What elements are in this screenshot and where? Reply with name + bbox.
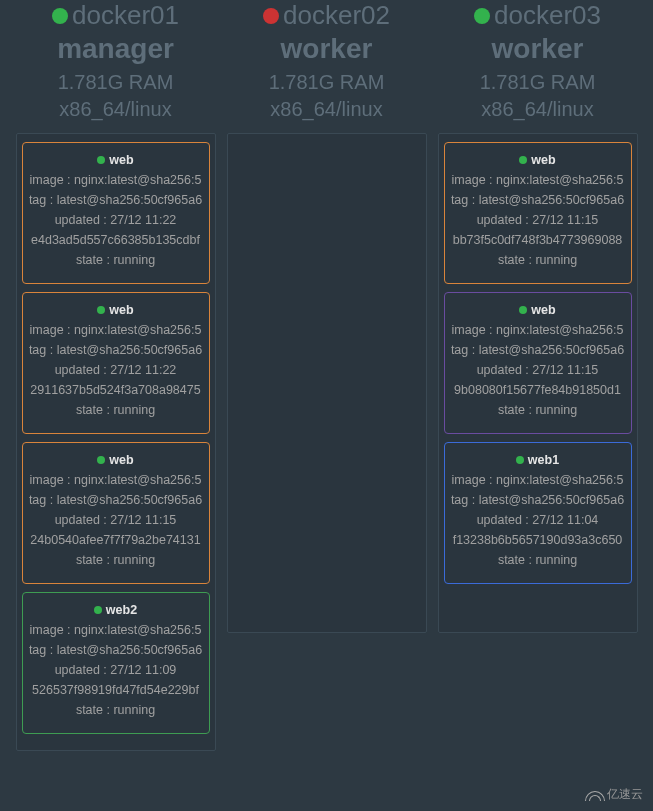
task-updated: updated : 27/12 11:22 <box>28 363 204 377</box>
node-docker01: docker01manager1.781G RAMx86_64/linuxweb… <box>16 0 216 751</box>
task-title: web <box>28 153 204 167</box>
task-card[interactable]: webimage : nginx:latest@sha256:5tag : la… <box>444 292 632 434</box>
node-arch: x86_64/linux <box>227 98 427 121</box>
task-state: state : running <box>450 253 626 267</box>
node-docker03: docker03worker1.781G RAMx86_64/linuxwebi… <box>438 0 638 751</box>
node-ram: 1.781G RAM <box>438 71 638 94</box>
task-card[interactable]: webimage : nginx:latest@sha256:5tag : la… <box>444 142 632 284</box>
task-state: state : running <box>28 403 204 417</box>
node-ram: 1.781G RAM <box>227 71 427 94</box>
node-ram: 1.781G RAM <box>16 71 216 94</box>
task-title: web <box>450 303 626 317</box>
task-card[interactable]: webimage : nginx:latest@sha256:5tag : la… <box>22 292 210 434</box>
task-container <box>227 133 427 633</box>
task-state: state : running <box>450 553 626 567</box>
task-container: webimage : nginx:latest@sha256:5tag : la… <box>16 133 216 751</box>
node-name: docker01 <box>72 0 179 31</box>
task-title: web2 <box>28 603 204 617</box>
status-dot-icon <box>52 8 68 24</box>
task-image: image : nginx:latest@sha256:5 <box>450 323 626 337</box>
status-dot-icon <box>474 8 490 24</box>
task-tag: tag : latest@sha256:50cf965a6 <box>450 343 626 357</box>
task-updated: updated : 27/12 11:15 <box>450 213 626 227</box>
task-updated: updated : 27/12 11:15 <box>28 513 204 527</box>
task-image: image : nginx:latest@sha256:5 <box>450 473 626 487</box>
task-hash: 24b0540afee7f7f79a2be74131 <box>28 533 204 547</box>
task-name: web <box>109 303 133 317</box>
node-docker02: docker02worker1.781G RAMx86_64/linux <box>227 0 427 751</box>
task-tag: tag : latest@sha256:50cf965a6 <box>28 643 204 657</box>
watermark-text: 亿速云 <box>607 786 643 803</box>
watermark: 亿速云 <box>585 786 643 803</box>
task-status-dot-icon <box>97 156 105 164</box>
node-title: docker02 <box>227 0 427 31</box>
node-role: manager <box>16 33 216 65</box>
task-title: web <box>28 303 204 317</box>
task-image: image : nginx:latest@sha256:5 <box>28 623 204 637</box>
task-updated: updated : 27/12 11:15 <box>450 363 626 377</box>
task-status-dot-icon <box>97 306 105 314</box>
task-card[interactable]: webimage : nginx:latest@sha256:5tag : la… <box>22 142 210 284</box>
task-updated: updated : 27/12 11:22 <box>28 213 204 227</box>
task-hash: bb73f5c0df748f3b4773969088 <box>450 233 626 247</box>
task-title: web <box>450 153 626 167</box>
task-tag: tag : latest@sha256:50cf965a6 <box>28 193 204 207</box>
task-tag: tag : latest@sha256:50cf965a6 <box>28 343 204 357</box>
task-hash: 2911637b5d524f3a708a98475 <box>28 383 204 397</box>
task-tag: tag : latest@sha256:50cf965a6 <box>450 493 626 507</box>
task-card[interactable]: web2image : nginx:latest@sha256:5tag : l… <box>22 592 210 734</box>
task-name: web <box>109 153 133 167</box>
task-state: state : running <box>28 553 204 567</box>
node-name: docker02 <box>283 0 390 31</box>
task-status-dot-icon <box>519 156 527 164</box>
cloud-icon <box>585 789 605 801</box>
node-title: docker03 <box>438 0 638 31</box>
task-hash: 526537f98919fd47fd54e229bf <box>28 683 204 697</box>
task-name: web1 <box>528 453 559 467</box>
node-arch: x86_64/linux <box>16 98 216 121</box>
task-state: state : running <box>28 253 204 267</box>
task-status-dot-icon <box>97 456 105 464</box>
task-state: state : running <box>28 703 204 717</box>
task-tag: tag : latest@sha256:50cf965a6 <box>28 493 204 507</box>
task-name: web2 <box>106 603 137 617</box>
task-state: state : running <box>450 403 626 417</box>
task-image: image : nginx:latest@sha256:5 <box>28 323 204 337</box>
node-role: worker <box>438 33 638 65</box>
task-image: image : nginx:latest@sha256:5 <box>28 473 204 487</box>
task-title: web <box>28 453 204 467</box>
node-name: docker03 <box>494 0 601 31</box>
task-name: web <box>531 303 555 317</box>
task-card[interactable]: web1image : nginx:latest@sha256:5tag : l… <box>444 442 632 584</box>
task-container: webimage : nginx:latest@sha256:5tag : la… <box>438 133 638 633</box>
task-status-dot-icon <box>516 456 524 464</box>
task-status-dot-icon <box>94 606 102 614</box>
task-name: web <box>531 153 555 167</box>
task-image: image : nginx:latest@sha256:5 <box>450 173 626 187</box>
task-card[interactable]: webimage : nginx:latest@sha256:5tag : la… <box>22 442 210 584</box>
task-name: web <box>109 453 133 467</box>
task-status-dot-icon <box>519 306 527 314</box>
task-tag: tag : latest@sha256:50cf965a6 <box>450 193 626 207</box>
status-dot-icon <box>263 8 279 24</box>
node-role: worker <box>227 33 427 65</box>
node-title: docker01 <box>16 0 216 31</box>
node-arch: x86_64/linux <box>438 98 638 121</box>
task-title: web1 <box>450 453 626 467</box>
task-image: image : nginx:latest@sha256:5 <box>28 173 204 187</box>
task-updated: updated : 27/12 11:09 <box>28 663 204 677</box>
task-hash: e4d3ad5d557c66385b135cdbf <box>28 233 204 247</box>
task-hash: f13238b6b5657190d93a3c650 <box>450 533 626 547</box>
task-hash: 9b08080f15677fe84b91850d1 <box>450 383 626 397</box>
task-updated: updated : 27/12 11:04 <box>450 513 626 527</box>
